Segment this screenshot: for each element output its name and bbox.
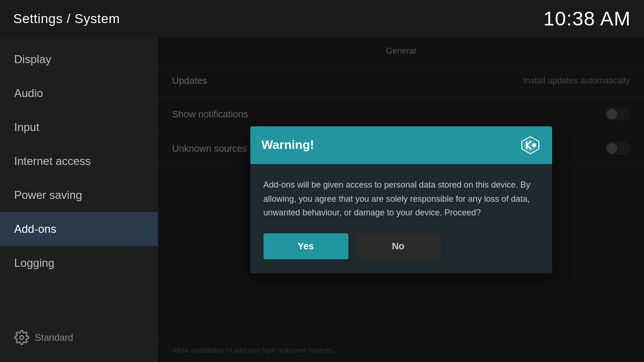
sidebar: Display Audio Input Internet access Powe… (0, 38, 158, 362)
modal-title: Warning! (262, 138, 314, 152)
svg-point-0 (20, 336, 24, 339)
warning-modal: Warning! Add-ons will be given acce (250, 126, 552, 273)
main-layout: Display Audio Input Internet access Powe… (0, 38, 644, 362)
modal-buttons: Yes No (264, 233, 539, 264)
modal-header: Warning! (250, 126, 552, 164)
sidebar-item-input[interactable]: Input (0, 110, 158, 144)
yes-button[interactable]: Yes (264, 233, 348, 259)
sidebar-item-add-ons[interactable]: Add-ons (0, 212, 158, 246)
sidebar-item-logging[interactable]: Logging (0, 246, 158, 280)
sidebar-item-power-saving[interactable]: Power saving (0, 178, 158, 212)
modal-overlay: Warning! Add-ons will be given acce (158, 38, 644, 362)
modal-body: Add-ons will be given access to personal… (250, 164, 552, 273)
clock: 10:38 AM (544, 8, 631, 30)
gear-icon (14, 330, 29, 345)
sidebar-standard-label: Standard (35, 332, 73, 343)
sidebar-item-display[interactable]: Display (0, 42, 158, 76)
sidebar-footer: Standard (0, 322, 158, 353)
header: Settings / System 10:38 AM (0, 0, 644, 38)
content-area: General Updates Install updates automati… (158, 38, 644, 362)
no-button[interactable]: No (356, 233, 441, 259)
sidebar-item-audio[interactable]: Audio (0, 76, 158, 110)
page-title: Settings / System (13, 11, 120, 26)
modal-message: Add-ons will be given access to personal… (264, 178, 539, 220)
kodi-logo-icon (520, 135, 541, 156)
svg-point-6 (532, 143, 536, 147)
sidebar-item-internet-access[interactable]: Internet access (0, 144, 158, 178)
